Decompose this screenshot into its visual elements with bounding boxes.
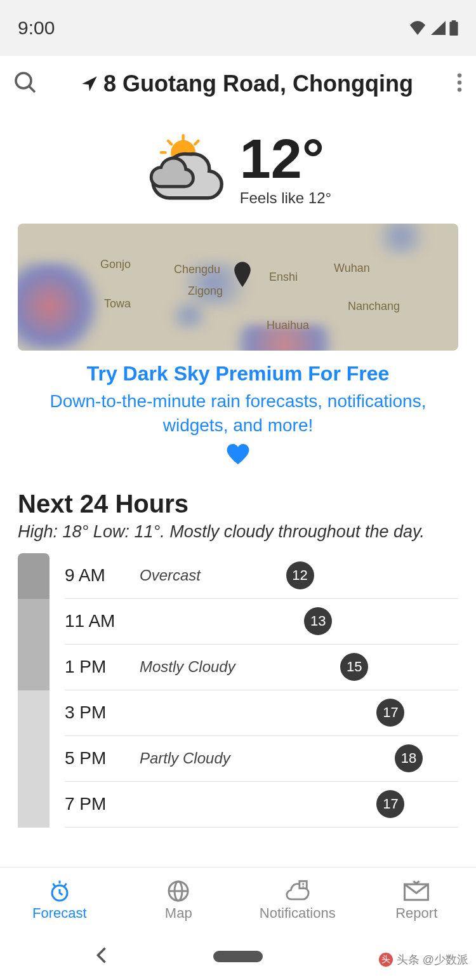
location-text: 8 Guotang Road, Chongqing	[103, 70, 413, 97]
battery-icon	[449, 20, 458, 36]
hour-temp-badge: 17	[376, 699, 404, 727]
map-preview[interactable]: GonjoTowaChengduZigongEnshiHuaihuaWuhanN…	[18, 224, 458, 351]
promo-title: Try Dark Sky Premium For Free	[25, 362, 451, 386]
status-icons	[409, 20, 458, 36]
partly-cloudy-icon	[145, 133, 227, 205]
hour-time: 9 AM	[65, 565, 140, 586]
location-arrow-icon	[81, 75, 98, 93]
bottom-nav: Forecast Map Notifications Report	[0, 867, 476, 933]
forecast-icon	[48, 880, 72, 903]
hour-condition: Partly Cloudy	[140, 749, 230, 767]
svg-point-2	[458, 88, 462, 92]
nav-forecast[interactable]: Forecast	[0, 868, 119, 933]
map-pin-icon	[234, 262, 251, 290]
hourly-forecast: 9 AMOvercast1211 AM131 PMMostly Cloudy15…	[0, 553, 476, 828]
promo-subtitle: Down-to-the-minute rain forecasts, notif…	[25, 389, 451, 438]
nav-notifications[interactable]: Notifications	[238, 868, 357, 933]
home-pill[interactable]	[213, 951, 263, 962]
temp-gradient-bar	[18, 553, 50, 828]
map-city-label: Huaihua	[267, 319, 309, 332]
cell-signal-icon	[430, 21, 446, 35]
svg-line-6	[195, 141, 198, 144]
hour-time: 5 PM	[65, 748, 140, 769]
nav-report[interactable]: Report	[357, 868, 477, 933]
map-city-label: Gonjo	[100, 258, 131, 271]
nav-label: Notifications	[260, 905, 336, 922]
hour-row[interactable]: 5 PMPartly Cloudy18	[65, 736, 458, 782]
current-temp: 12°	[240, 131, 331, 187]
map-city-label: Nanchang	[348, 300, 400, 313]
hour-temp-badge: 17	[376, 790, 404, 818]
status-time: 9:00	[18, 17, 55, 39]
status-bar: 9:00	[0, 0, 476, 56]
watermark: 头 头条 @少数派	[379, 952, 468, 967]
hour-condition: Mostly Cloudy	[140, 658, 235, 676]
feels-like: Feels like 12°	[240, 189, 331, 207]
hour-temp-badge: 13	[304, 607, 332, 635]
hour-temp-badge: 15	[340, 653, 368, 681]
hour-time: 1 PM	[65, 657, 140, 677]
map-city-label: Chengdu	[174, 263, 220, 276]
map-city-label: Wuhan	[334, 262, 370, 275]
nav-map[interactable]: Map	[119, 868, 239, 933]
hour-temp-badge: 12	[286, 561, 314, 589]
back-icon[interactable]	[95, 946, 108, 967]
current-weather: 12° Feels like 12°	[0, 112, 476, 220]
system-nav: 头 头条 @少数派	[0, 933, 476, 980]
hours-summary: High: 18° Low: 11°. Mostly cloudy throug…	[0, 522, 476, 553]
hour-row[interactable]: 1 PMMostly Cloudy15	[65, 645, 458, 690]
location-title[interactable]: 8 Guotang Road, Chongqing	[53, 70, 440, 97]
hour-row[interactable]: 3 PM17	[65, 690, 458, 736]
hour-row[interactable]: 7 PM17	[65, 782, 458, 828]
hour-time: 3 PM	[65, 702, 140, 723]
nav-label: Forecast	[32, 905, 87, 922]
hour-temp-badge: 18	[395, 744, 423, 772]
heart-icon	[25, 444, 451, 467]
hour-time: 7 PM	[65, 794, 140, 814]
app-bar: 8 Guotang Road, Chongqing	[0, 56, 476, 112]
nav-label: Map	[165, 905, 192, 922]
premium-promo[interactable]: Try Dark Sky Premium For Free Down-to-th…	[0, 351, 476, 467]
map-city-label: Towa	[104, 297, 131, 311]
svg-point-14	[302, 886, 303, 887]
hour-row[interactable]: 11 AM13	[65, 599, 458, 645]
hours-title: Next 24 Hours	[0, 467, 476, 522]
map-city-label: Enshi	[269, 271, 298, 284]
svg-line-5	[168, 141, 171, 144]
hour-row[interactable]: 9 AMOvercast12	[65, 553, 458, 599]
svg-point-0	[458, 74, 462, 78]
map-city-label: Zigong	[188, 285, 223, 298]
hour-time: 11 AM	[65, 611, 140, 631]
search-icon[interactable]	[14, 71, 37, 97]
wifi-icon	[409, 21, 426, 35]
envelope-icon	[404, 880, 429, 903]
cloud-alert-icon	[285, 880, 310, 903]
globe-icon	[166, 880, 190, 903]
nav-label: Report	[395, 905, 437, 922]
hour-condition: Overcast	[140, 567, 201, 584]
more-icon[interactable]	[457, 73, 462, 95]
svg-point-1	[458, 81, 462, 85]
